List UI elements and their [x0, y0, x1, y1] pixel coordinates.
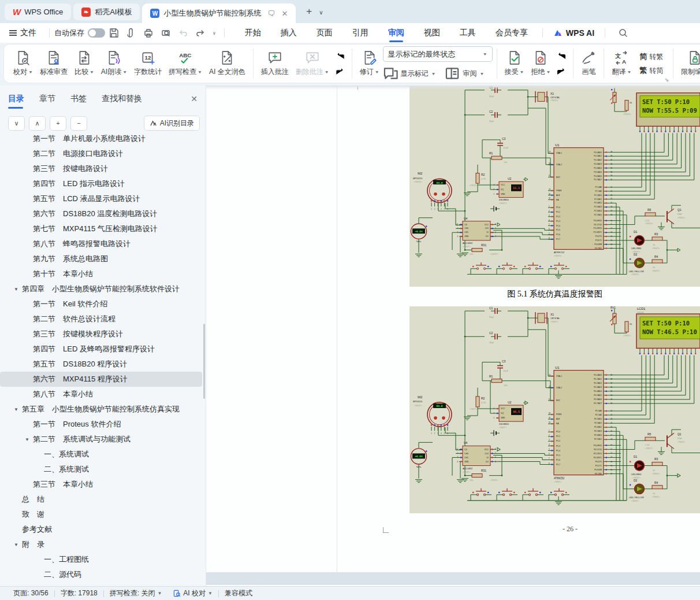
translate-button[interactable]: 文A 翻译▼	[608, 46, 635, 82]
document-area[interactable]: C130pfC230pfX1CRYSTAL<TEXT>C310uFR110kR2…	[206, 86, 700, 587]
undo-redo-caret[interactable]: ∨	[213, 31, 216, 36]
tab-list-caret[interactable]: ∨	[319, 9, 323, 16]
toc-item[interactable]: 第四节 LED 指示电路设计	[0, 176, 206, 191]
autosave-control[interactable]: 自动保存	[54, 28, 105, 38]
tab-docer-ai[interactable]: ❧ 稻壳AI模板	[73, 3, 140, 20]
toc-item[interactable]: 第一节 单片机最小系统电路设计	[0, 131, 206, 146]
toc-item[interactable]: 第六节 MXP4115 程序设计	[0, 372, 202, 387]
compare-button[interactable]: 比较▼	[71, 46, 98, 82]
toc-item[interactable]: 一、系统调试	[0, 447, 206, 462]
toc-item[interactable]: 第七节 MXP4115 气压检测电路设计	[0, 221, 206, 236]
dialog-launcher-icon[interactable]: ⇘	[665, 77, 669, 83]
sidebar-tab-find-replace[interactable]: 查找和替换	[102, 86, 142, 112]
toc-item[interactable]: 第五节 LCD 液晶显示电路设计	[0, 191, 206, 206]
toc-item[interactable]: 二、系统测试	[0, 462, 206, 477]
toc-item[interactable]: 第六节 DS18B20 温度检测电路设计	[0, 206, 206, 221]
toc-item[interactable]: 总 结	[0, 492, 206, 507]
toc-item[interactable]: 第三节 本章小结	[0, 477, 206, 492]
new-tab-button[interactable]: +	[306, 6, 312, 17]
menu-reference[interactable]: 引用	[342, 23, 378, 43]
simplified-to-traditional-button[interactable]: 简转繁	[639, 51, 663, 62]
toc-item[interactable]: 致 谢	[0, 507, 206, 522]
ai-proofread-indicator[interactable]: AI 校对▼	[167, 588, 218, 598]
toc-item[interactable]: 第二节 软件总设计流程	[0, 312, 206, 327]
search-icon[interactable]	[618, 28, 628, 38]
previous-revision-button[interactable]	[554, 50, 569, 62]
track-changes-button[interactable]: 修订▼	[356, 46, 383, 82]
tab-close-icon[interactable]: ✕	[281, 9, 288, 18]
traditional-to-simplified-button[interactable]: 繁转简	[639, 65, 663, 76]
ink-brush-button[interactable]: 画笔	[578, 46, 600, 82]
menu-page[interactable]: 页面	[307, 23, 342, 43]
toc-item[interactable]: 第八节 本章小结	[0, 387, 206, 402]
export-pdf-icon[interactable]	[126, 28, 136, 38]
save-icon[interactable]	[109, 28, 119, 38]
sidebar-close-icon[interactable]: ✕	[191, 94, 198, 103]
toc-item[interactable]: 第十节 本章小结	[0, 266, 206, 282]
insert-comment-button[interactable]: 插入批注	[258, 46, 292, 82]
toc-item[interactable]: 二、源代码	[0, 567, 206, 582]
menu-view[interactable]: 视图	[414, 23, 450, 43]
ai-polish-button[interactable]: AI 全文润色	[206, 46, 249, 82]
standard-review-button[interactable]: 标准审查	[36, 46, 71, 82]
accept-revision-button[interactable]: 接受▼	[501, 46, 528, 82]
reject-revision-button[interactable]: 拒绝▼	[527, 46, 554, 82]
toc-item[interactable]: 第八节 蜂鸣器报警电路设计	[0, 236, 206, 251]
toc-item[interactable]: ▼第二节 系统调试与功能测试	[0, 432, 206, 447]
toc-item[interactable]: 第一节 Keil 软件介绍	[0, 297, 206, 312]
toc-item[interactable]: 第九节 系统总电路图	[0, 251, 206, 266]
toc-collapse-arrow-icon[interactable]: ▼	[14, 407, 22, 412]
toc-item[interactable]: 第五节 DS18B20 程序设计	[0, 357, 206, 372]
toc-item[interactable]: 第三节 按键模块程序设计	[0, 327, 206, 342]
toc-collapse-up-button[interactable]: ∧	[29, 116, 46, 131]
tab-comment-icon[interactable]: 🗨	[267, 9, 275, 18]
previous-comment-button[interactable]	[333, 50, 348, 62]
toc-collapse-arrow-icon[interactable]: ▼	[25, 437, 33, 442]
print-preview-icon[interactable]	[161, 28, 171, 38]
menu-home[interactable]: 开始	[235, 23, 271, 43]
delete-comment-button[interactable]: 删除批注▼	[292, 46, 333, 82]
toc-collapse-arrow-icon[interactable]: ▼	[14, 287, 22, 292]
compatibility-mode-indicator[interactable]: 兼容模式	[219, 588, 258, 598]
toc-item[interactable]: 第一节 Proteus 软件介绍	[0, 417, 206, 432]
restrict-editing-button[interactable]: 限制编辑	[677, 46, 700, 82]
file-menu[interactable]: 文件	[0, 28, 44, 38]
proofread-button[interactable]: 校对▼	[10, 46, 36, 82]
toc-item[interactable]: ▼第五章 小型生物质锅炉节能控制系统仿真实现	[0, 402, 206, 417]
toc-item[interactable]: 参考文献	[0, 522, 206, 537]
toc-item[interactable]: ▼附 录	[0, 537, 206, 552]
word-count-button[interactable]: 12 字数统计	[131, 46, 165, 82]
wps-ai-button[interactable]: WPS AI	[548, 28, 600, 38]
print-icon[interactable]	[143, 28, 154, 38]
toc-item[interactable]: 第三节 按键电路设计	[0, 161, 206, 176]
spellcheck-indicator[interactable]: 拼写检查: 关闭▼	[104, 588, 168, 598]
word-count-indicator[interactable]: 字数: 17918	[55, 588, 103, 598]
menu-tools[interactable]: 工具	[450, 23, 486, 43]
markup-state-dropdown[interactable]: 显示标记的最终状态▼	[383, 46, 493, 62]
autosave-toggle[interactable]	[88, 28, 105, 38]
toc-expand-all-button[interactable]: +	[50, 116, 66, 131]
toc-item[interactable]: 第四节 LED 及蜂鸣器报警程序设计	[0, 342, 206, 357]
page-indicator[interactable]: 页面: 30/56	[8, 588, 54, 598]
menu-insert[interactable]: 插入	[271, 23, 307, 43]
ai-read-aloud-button[interactable]: AI朗读▼	[98, 46, 131, 82]
toc-expand-down-button[interactable]: ∨	[8, 116, 25, 131]
review-pane-button[interactable]: 审阅▼	[445, 66, 484, 81]
sidebar-tab-bookmarks[interactable]: 书签	[70, 86, 87, 112]
spell-check-button[interactable]: ABC 拼写检查▼	[165, 46, 206, 82]
toc-item[interactable]: 第二节 电源接口电路设计	[0, 146, 206, 161]
next-revision-button[interactable]	[554, 65, 569, 78]
sidebar-tab-toc[interactable]: 目录	[8, 86, 24, 112]
redo-icon[interactable]	[195, 28, 206, 38]
sidebar-tab-chapters[interactable]: 章节	[39, 86, 55, 112]
undo-icon[interactable]	[178, 28, 188, 38]
menu-member[interactable]: 会员专享	[486, 23, 538, 43]
toc-item[interactable]: ▼第四章 小型生物质锅炉节能控制系统软件设计	[0, 282, 206, 297]
next-comment-button[interactable]	[333, 65, 348, 78]
toc-item[interactable]: 一、工程图纸	[0, 552, 206, 567]
ai-recognize-toc-button[interactable]: AI识别目录	[144, 116, 200, 131]
toc-collapse-all-button[interactable]: −	[70, 116, 87, 131]
tab-wps-office[interactable]: W WPS Office	[5, 3, 71, 20]
menu-review[interactable]: 审阅	[378, 23, 414, 43]
tab-document[interactable]: W 小型生物质锅炉节能控制系统 🗨 ✕	[142, 3, 296, 23]
